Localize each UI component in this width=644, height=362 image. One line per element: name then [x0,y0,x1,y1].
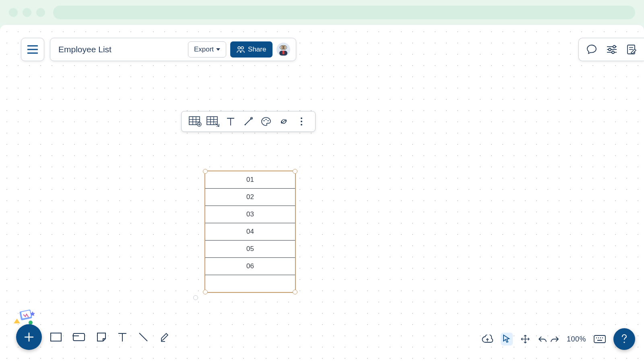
redo-button[interactable] [550,335,559,343]
table-row[interactable] [205,275,295,292]
selection-handle[interactable] [293,169,297,174]
avatar-icon [277,43,290,56]
rectangle-filled-icon [72,332,85,342]
cell-text: 04 [246,228,254,236]
selection-handle[interactable] [203,169,208,174]
rectangle-tool[interactable] [50,332,62,342]
sticky-note-tool[interactable] [96,331,107,343]
svg-point-58 [623,341,625,343]
cloud-sync-button[interactable] [481,335,493,343]
svg-point-53 [596,337,597,338]
svg-point-41 [301,124,302,125]
cell-text: 01 [246,176,254,184]
main-menu-button[interactable] [21,38,44,61]
sliders-icon [606,45,617,54]
wand-button[interactable] [239,113,257,130]
browser-chrome [0,0,644,25]
highlighter-tool[interactable] [159,331,171,343]
table-row[interactable]: 06 [205,258,295,275]
container-tool[interactable] [72,332,85,342]
help-icon [621,334,627,344]
export-button[interactable]: Export [188,41,226,58]
svg-rect-8 [283,51,285,54]
svg-point-40 [301,121,302,122]
plus-icon [23,331,35,343]
svg-rect-48 [51,333,61,341]
wand-icon [244,117,253,126]
help-button[interactable] [613,328,635,350]
cell-text: 05 [246,245,254,253]
link-icon [279,116,289,127]
comments-button[interactable] [586,44,597,55]
diagram-canvas[interactable]: Employee List Export Share [0,25,644,362]
keyboard-icon [593,335,606,343]
table-row[interactable]: 03 [205,206,295,223]
svg-point-14 [613,45,615,48]
redo-icon [550,335,559,343]
share-label: Share [248,45,266,53]
traffic-light [23,8,31,17]
menu-icon [27,45,38,54]
selection-handle[interactable] [293,290,297,294]
table-sub-button[interactable] [204,113,222,130]
svg-rect-49 [73,333,85,341]
keyboard-shortcuts-button[interactable] [593,335,606,343]
share-button[interactable]: Share [230,41,272,58]
text-icon [226,117,235,126]
table-add-cell-icon [189,116,202,127]
cloud-sync-icon [481,335,493,343]
zoom-level[interactable]: 100% [567,335,586,343]
text-icon [118,331,127,343]
more-options-button[interactable] [293,113,310,130]
palette-icon [261,117,271,126]
svg-rect-52 [594,335,605,343]
svg-point-56 [602,337,603,338]
table-add-button[interactable] [186,113,204,130]
settings-sliders-button[interactable] [606,45,617,54]
chevron-down-icon [216,48,220,51]
edit-note-button[interactable] [626,44,637,55]
table-row[interactable]: 04 [205,223,295,241]
table-row[interactable]: 02 [205,189,295,206]
line-tool[interactable] [138,331,149,343]
link-button[interactable] [275,113,293,130]
pan-tool[interactable] [520,334,530,344]
user-avatar[interactable] [277,43,290,56]
svg-point-38 [268,120,269,121]
svg-point-3 [238,47,240,49]
pan-icon [520,334,530,344]
selection-handle[interactable] [203,290,208,294]
svg-point-4 [241,47,244,49]
connector-handle[interactable] [193,295,198,300]
svg-point-37 [266,119,267,120]
people-icon [237,46,245,53]
svg-point-55 [600,337,601,338]
svg-point-39 [301,117,302,119]
more-vertical-icon [300,117,303,126]
svg-point-36 [264,120,265,121]
text-tool-button[interactable] [222,113,239,130]
svg-point-15 [609,48,611,51]
undo-button[interactable] [538,335,547,343]
select-cursor-tool[interactable] [501,333,513,346]
table-shape[interactable]: 01 02 03 04 05 06 [204,171,296,293]
svg-point-16 [612,51,614,53]
style-palette-button[interactable] [257,113,275,130]
traffic-light [36,8,45,17]
traffic-light [9,8,18,17]
cell-text: 02 [246,193,254,201]
cell-text: 06 [246,262,254,270]
document-title[interactable]: Employee List [58,45,111,54]
edit-note-icon [626,44,637,55]
shape-context-toolbar [181,111,316,132]
line-icon [138,331,149,343]
cursor-icon [502,334,512,344]
cell-text: 03 [246,210,254,218]
add-fab-button[interactable] [16,324,42,350]
sticky-note-icon [96,331,107,343]
text-tool[interactable] [118,331,127,343]
url-bar[interactable] [53,6,635,19]
title-bar: Employee List Export Share [50,38,296,61]
table-row[interactable]: 05 [205,241,295,258]
table-row[interactable]: 01 [205,171,295,189]
